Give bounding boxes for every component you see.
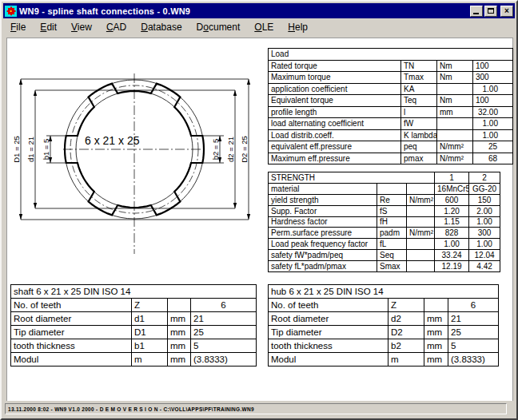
app-icon[interactable] [5,6,17,17]
table-cell: 4.42 [469,261,500,272]
table-cell: 33.24 [435,250,469,261]
table-cell: 5 [191,339,257,353]
table-cell [437,83,473,95]
table-cell: 1.00 [469,216,500,228]
table-cell: Nm [437,95,473,107]
table-cell: Nm [437,72,473,84]
menu-item-file[interactable]: File [3,20,33,34]
table-cell: mm [424,312,448,326]
table-cell: 12.04 [469,250,500,261]
table-cell [424,299,448,312]
table-cell: peq [401,141,437,153]
table-cell: b1 [132,339,168,353]
table-cell: profile length [269,106,401,118]
table-cell: mm [424,339,448,353]
table-cell: 2.00 [469,205,500,216]
table-cell: mm [424,326,448,339]
table-cell: Tmax [401,72,437,84]
table-cell: 1.00 [473,83,513,95]
table-cell: padm [377,228,407,239]
table-cell: mm [168,353,191,367]
load-table: LoadRated torqueTNNm100Maximum torqueTma… [268,48,513,164]
table-row: Load peak frequency factorfL1.001.00 [269,239,500,250]
client-area: D1 = 25 d1 = 21 b1 = 5 b2 = 5 d2 = 21 D2… [6,38,513,402]
menu-item-help[interactable]: Help [281,20,315,34]
table-row: Hardness factorfH1.151.00 [269,216,500,228]
table-row: safety fW*padm/peqSeq33.2412.04 [269,250,500,261]
shaft-table: shaft 6 x 21 x 25 DIN ISO 14No. of teeth… [10,284,257,367]
table-cell: d1 [132,312,168,326]
table-cell: Z [388,299,424,312]
menu-item-database[interactable]: Database [133,20,189,34]
table-cell: Seq [377,250,407,261]
minimize-icon [473,13,479,14]
table-cell: Re [377,194,407,205]
table-cell: Tip diameter [11,326,132,339]
table-row: yield strengthReN/mm²600150 [269,194,500,205]
table-cell: application coefficient [269,83,401,95]
table-cell: l [401,106,437,118]
table-cell: (3.8333) [191,353,257,367]
table-cell: safety fW*padm/peq [269,250,377,261]
arrow-head [19,79,22,85]
table-cell [407,216,435,228]
table-cell: 68 [473,153,513,164]
table-cell: b2 [388,339,424,353]
drawing-center-label: 6 x 21 x 25 [85,134,140,147]
table-cell: Rated torque [269,60,401,72]
table-cell: mm [437,106,473,118]
table-row: Equivalent torqueTeqNm100 [269,95,513,107]
table-title: Load [269,49,513,61]
table-cell: 6 [448,299,499,312]
table-cell: N/mm² [407,228,435,239]
table-cell: 1.00 [473,118,513,130]
table-cell: safety fL*padm/pmax [269,261,377,272]
close-icon: × [504,6,509,15]
table-title: shaft 6 x 21 x 25 DIN ISO 14 [11,285,257,299]
table-cell: Smax [377,261,407,272]
menu-item-document[interactable]: Document [189,20,248,34]
menu-item-edit[interactable]: Edit [33,20,64,34]
dim-label-D1: D1 = 25 [12,136,21,163]
table-cell: 100 [473,95,513,107]
table-cell: pmax [401,153,437,164]
hub-table: hub 6 x 21 x 25 DIN ISO 14No. of teethZ6… [268,284,499,367]
menu-item-cad[interactable]: CAD [99,20,133,34]
table-cell: GG-20 [469,183,500,194]
arrow-head [247,214,250,220]
table-cell: mm [168,312,191,326]
table-cell: 25 [448,326,499,339]
table-cell: tooth thickness [269,339,388,353]
table-cell: Load distrib.coeff. [269,129,401,141]
table-cell: 5 [448,339,499,353]
table-cell: 100 [473,60,513,72]
table-cell: fH [377,216,407,228]
arrow-head [19,214,22,220]
table-cell: tooth thickness [11,339,132,353]
table-cell: Z [132,299,168,312]
table-cell: 1 [435,172,469,184]
table-row: Maximum eff.pressurepmaxN/mm²68 [269,153,513,164]
table-cell: 1.20 [435,205,469,216]
maximize-button[interactable] [484,6,497,17]
table-cell: 600 [435,194,469,205]
table-cell: Equivalent torque [269,95,401,107]
table-cell: Nm [437,60,473,72]
dim-label-d1: d1 = 21 [26,137,35,162]
table-cell: 150 [469,194,500,205]
table-row: Root diameterd1mm21 [11,312,257,326]
table-cell [168,299,191,312]
window-title: WN9 - spline shaft connections - 0.WN9 [19,6,470,16]
minimize-button[interactable] [470,6,483,17]
table-cell: TN [401,60,437,72]
close-button[interactable]: × [500,6,513,17]
dim-label-b1: b1 = 5 [42,139,50,160]
dim-label-d2: d2 = 21 [226,137,235,162]
table-cell [407,250,435,261]
menu-item-view[interactable]: View [64,20,99,34]
table-cell: 25 [191,326,257,339]
table-cell: 1.00 [435,239,469,250]
app-window: WN9 - spline shaft connections - 0.WN9 ×… [0,0,518,420]
table-row: Modulmmm(3.8333) [269,353,499,367]
menu-item-ole[interactable]: OLE [247,20,281,34]
